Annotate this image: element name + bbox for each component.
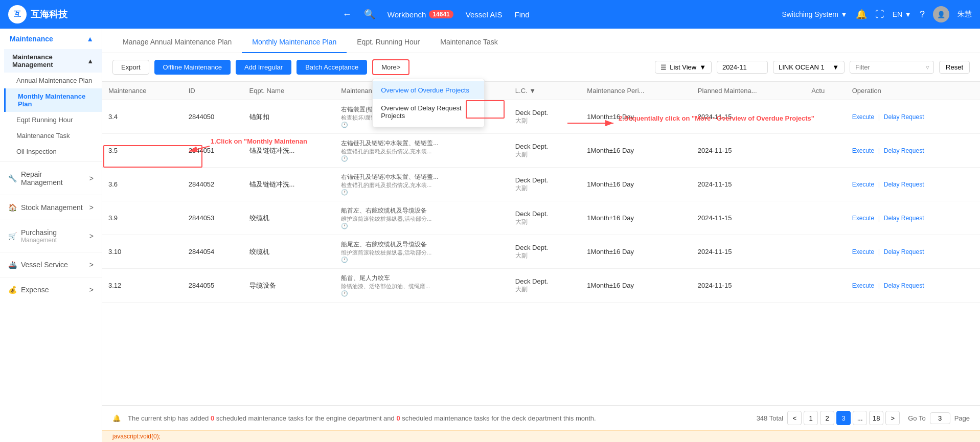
- date-input[interactable]: [717, 61, 768, 74]
- cell-lc: Deck Dept. 大副: [509, 201, 581, 235]
- sidebar-item-maintenance[interactable]: Maintenance ▲: [0, 29, 102, 49]
- cell-period: 1Month±16 Day: [581, 235, 692, 269]
- export-button[interactable]: Export: [112, 60, 149, 75]
- search-icon[interactable]: 🔍: [364, 9, 375, 20]
- cell-id: 2844055: [183, 269, 243, 303]
- cell-maintenance: 3.5: [102, 134, 183, 168]
- cell-eqpt-name: 锚及链链冲洗...: [243, 134, 335, 168]
- cell-period: 1Month±16 Day: [581, 100, 692, 134]
- more-dropdown-container: More> Overview of Overdue Projects Overv…: [372, 59, 409, 75]
- cell-planned: 2024-11-15: [692, 235, 805, 269]
- cell-operation: Execute | Delay Request: [846, 201, 980, 235]
- cell-period: 1Month±16 Day: [581, 201, 692, 235]
- execute-link[interactable]: Execute: [852, 248, 874, 255]
- dropdown-item-delay[interactable]: Overview of Delay Request Projects: [373, 99, 484, 125]
- back-icon[interactable]: ←: [343, 9, 352, 20]
- sidebar-item-vessel-service[interactable]: 🚢 Vessel Service >: [0, 254, 102, 275]
- language-selector[interactable]: EN ▼: [893, 10, 911, 18]
- nav-right: Switching System ▼ 🔔 ⛶ EN ▼ ? 👤 朱慧: [782, 6, 972, 22]
- bell-icon[interactable]: 🔔: [856, 9, 867, 20]
- vessel-name-label: LINK OCEAN 1: [779, 63, 825, 71]
- page-total: 348 Total: [757, 414, 784, 422]
- execute-link[interactable]: Execute: [852, 181, 874, 188]
- sidebar-item-expense[interactable]: 💰 Expense >: [0, 280, 102, 300]
- sidebar-management-label: Maintenance Management: [12, 53, 87, 68]
- cell-id: 2844052: [183, 168, 243, 201]
- cell-planned: 2024-11-15: [692, 134, 805, 168]
- filter-icon: ▿: [922, 63, 933, 71]
- page-1-button[interactable]: 1: [804, 411, 818, 425]
- delay-request-link[interactable]: Delay Request: [884, 215, 924, 222]
- cell-period: 1Month±16 Day: [581, 168, 692, 201]
- tab-maintenance-task[interactable]: Maintenance Task: [430, 32, 508, 53]
- tab-monthly-plan[interactable]: Monthly Maintenance Plan: [242, 32, 347, 53]
- fullscreen-icon[interactable]: ⛶: [875, 9, 884, 20]
- cell-maintenance-item: 右锚链孔及链链冲水装置、链链盖... 检查锚孔的磨耗及损伤情况,充水装... 🕐: [335, 168, 509, 201]
- add-irregular-button[interactable]: Add Irregular: [236, 60, 291, 75]
- page-2-button[interactable]: 2: [820, 411, 834, 425]
- cell-planned: 2024-11-15: [692, 168, 805, 201]
- cell-maintenance: 3.10: [102, 235, 183, 269]
- sidebar-maintenance-management[interactable]: Maintenance Management ▲: [4, 49, 102, 73]
- workbench-button[interactable]: Workbench 14641: [388, 10, 453, 19]
- delay-request-link[interactable]: Delay Request: [884, 113, 924, 121]
- cell-id: 2844053: [183, 201, 243, 235]
- sidebar-item-annual-plan[interactable]: Annual Maintenance Plan: [4, 73, 102, 88]
- filter-input[interactable]: [850, 61, 922, 73]
- tab-eqpt-running[interactable]: Eqpt. Running Hour: [347, 32, 430, 53]
- delay-request-link[interactable]: Delay Request: [884, 147, 924, 154]
- list-view-selector[interactable]: ☰ List View ▼: [655, 61, 712, 74]
- delay-request-link[interactable]: Delay Request: [884, 181, 924, 188]
- page-3-button[interactable]: 3: [836, 411, 851, 425]
- page-next-button[interactable]: >: [885, 411, 900, 425]
- sidebar-item-repair-management[interactable]: 🔧 Repair Management >: [0, 164, 102, 193]
- avatar[interactable]: 👤: [933, 6, 949, 22]
- reset-button[interactable]: Reset: [939, 61, 970, 74]
- sidebar-item-monthly-plan[interactable]: Monthly Maintenance Plan: [4, 88, 102, 112]
- pagination-bar: 🔔 The current ship has added 0 scheduled…: [102, 405, 980, 430]
- cell-actual: [805, 269, 846, 303]
- username-label: 朱慧: [958, 10, 972, 19]
- more-button[interactable]: More>: [372, 59, 409, 75]
- find-link[interactable]: Find: [514, 10, 529, 19]
- tab-annual-plan[interactable]: Manage Annual Maintenance Plan: [112, 32, 242, 53]
- cell-eqpt-name: 绞缆机: [243, 235, 335, 269]
- cell-id: 2844050: [183, 100, 243, 134]
- cell-lc: Deck Dept. 大副: [509, 134, 581, 168]
- sidebar-divider-2: [0, 195, 102, 195]
- sidebar-item-oil-inspection[interactable]: Oil Inspection: [4, 144, 102, 159]
- execute-link[interactable]: Execute: [852, 282, 874, 289]
- execute-link[interactable]: Execute: [852, 113, 874, 121]
- delay-request-link[interactable]: Delay Request: [884, 248, 924, 255]
- cell-maintenance: 3.4: [102, 100, 183, 134]
- switching-system-button[interactable]: Switching System ▼: [782, 10, 847, 18]
- delay-request-link[interactable]: Delay Request: [884, 282, 924, 289]
- more-dropdown-menu: Overview of Overdue Projects Overview of…: [372, 79, 485, 127]
- execute-link[interactable]: Execute: [852, 215, 874, 222]
- page-prev-button[interactable]: <: [787, 411, 802, 425]
- col-id: ID: [183, 82, 243, 100]
- batch-acceptance-button[interactable]: Batch Acceptance: [297, 60, 367, 75]
- vessel-selector[interactable]: LINK OCEAN 1 ▼: [773, 61, 845, 74]
- wrench-icon: 🔧: [8, 174, 17, 182]
- cell-operation: Execute | Delay Request: [846, 134, 980, 168]
- cell-operation: Execute | Delay Request: [846, 235, 980, 269]
- offline-maintenance-button[interactable]: Offline Maintenance: [154, 60, 231, 75]
- vessel-ais-link[interactable]: Vessel AIS: [466, 10, 503, 19]
- col-actual: Actu: [805, 82, 846, 100]
- cell-operation: Execute | Delay Request: [846, 269, 980, 303]
- sidebar-item-stock-management[interactable]: 🏠 Stock Management >: [0, 197, 102, 218]
- toolbar: Export Offline Maintenance Add Irregular…: [102, 53, 980, 82]
- sidebar-item-purchasing[interactable]: 🛒 Purchasing Management >: [0, 222, 102, 250]
- expense-icon: 💰: [8, 286, 17, 294]
- goto-page-input[interactable]: [930, 412, 950, 424]
- execute-link[interactable]: Execute: [852, 147, 874, 154]
- lc-filter-icon[interactable]: ▼: [529, 87, 536, 95]
- dropdown-item-overdue[interactable]: Overview of Overdue Projects: [373, 81, 484, 99]
- sidebar-item-maintenance-task[interactable]: Maintenance Task: [4, 128, 102, 144]
- maintenance-table: Maintenance ID Eqpt. Name Maintenance It…: [102, 82, 980, 303]
- sidebar-item-eqpt-running[interactable]: Eqpt Running Hour: [4, 112, 102, 128]
- help-icon[interactable]: ?: [920, 9, 925, 20]
- cell-maintenance: 3.9: [102, 201, 183, 235]
- page-18-button[interactable]: 18: [869, 411, 883, 425]
